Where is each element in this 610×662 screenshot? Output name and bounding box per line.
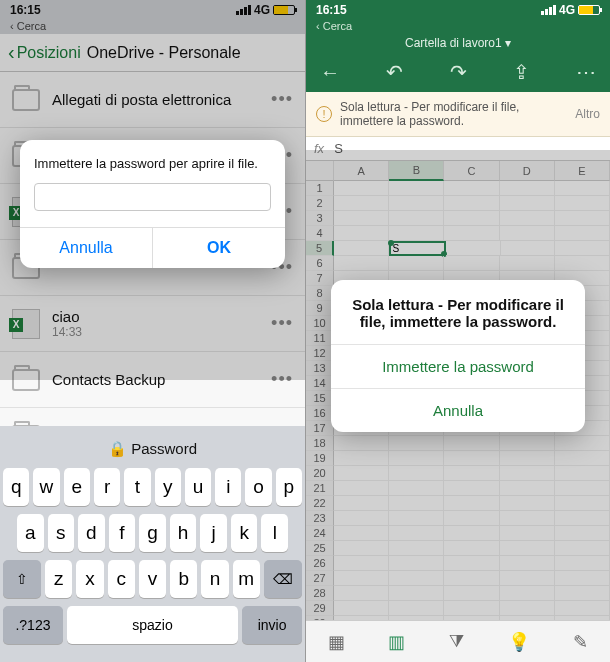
document-title: Cartella di lavoro1 ▾ bbox=[306, 34, 610, 56]
ok-button[interactable]: OK bbox=[153, 228, 285, 268]
readonly-dialog: Sola lettura - Per modificare il file, i… bbox=[331, 280, 585, 432]
key-spazio[interactable]: spazio bbox=[67, 606, 238, 644]
redo-icon[interactable]: ↷ bbox=[450, 60, 467, 84]
edit-icon[interactable]: ✎ bbox=[573, 631, 588, 653]
toolbar: ← ↶ ↷ ⇪ ⋯ bbox=[306, 56, 610, 92]
key-m[interactable]: m bbox=[233, 560, 260, 598]
cancel-button[interactable]: Annulla bbox=[331, 388, 585, 432]
key-j[interactable]: j bbox=[200, 514, 227, 552]
excel-pane: 16:15 4G ‹ Cerca Cartella di lavoro1 ▾ ←… bbox=[305, 0, 610, 662]
onedrive-pane: 16:15 4G ‹ Cerca ‹ Posizioni OneDrive - … bbox=[0, 0, 305, 662]
undo-icon[interactable]: ↶ bbox=[386, 60, 403, 84]
dialog-message: Immettere la password per aprire il file… bbox=[34, 156, 271, 171]
key-.?123[interactable]: .?123 bbox=[3, 606, 63, 644]
cancel-button[interactable]: Annulla bbox=[20, 228, 153, 268]
back-arrow-icon[interactable]: ← bbox=[320, 61, 340, 84]
share-icon[interactable]: ⇪ bbox=[513, 60, 530, 84]
warning-icon: ! bbox=[316, 106, 332, 122]
password-bar: 🔒 Password bbox=[3, 432, 302, 468]
key-u[interactable]: u bbox=[185, 468, 211, 506]
back-link[interactable]: ‹ Cerca bbox=[306, 20, 610, 34]
key-i[interactable]: i bbox=[215, 468, 241, 506]
key-y[interactable]: y bbox=[155, 468, 181, 506]
key-t[interactable]: t bbox=[124, 468, 150, 506]
banner-text: Sola lettura - Per modificare il file, i… bbox=[340, 100, 567, 128]
dialog-title: Sola lettura - Per modificare il file, i… bbox=[331, 280, 585, 344]
key-x[interactable]: x bbox=[76, 560, 103, 598]
key-⌫[interactable]: ⌫ bbox=[264, 560, 302, 598]
key-r[interactable]: r bbox=[94, 468, 120, 506]
key-l[interactable]: l bbox=[261, 514, 288, 552]
key-f[interactable]: f bbox=[109, 514, 136, 552]
status-time: 16:15 bbox=[316, 3, 347, 17]
key-g[interactable]: g bbox=[139, 514, 166, 552]
key-z[interactable]: z bbox=[45, 560, 72, 598]
keyboard: 🔒 Password qwertyuiop asdfghjkl ⇧zxcvbnm… bbox=[0, 426, 305, 662]
more-icon[interactable]: ⋯ bbox=[576, 60, 596, 84]
excel-header: 16:15 4G ‹ Cerca Cartella di lavoro1 ▾ ←… bbox=[306, 0, 610, 92]
readonly-banner[interactable]: ! Sola lettura - Per modificare il file,… bbox=[306, 92, 610, 137]
key-⇧[interactable]: ⇧ bbox=[3, 560, 41, 598]
key-invio[interactable]: invio bbox=[242, 606, 302, 644]
key-k[interactable]: k bbox=[231, 514, 258, 552]
password-dialog: Immettere la password per aprire il file… bbox=[20, 140, 285, 268]
status-bar: 16:15 4G bbox=[306, 0, 610, 20]
key-b[interactable]: b bbox=[170, 560, 197, 598]
password-input[interactable] bbox=[34, 183, 271, 211]
card-view-icon[interactable]: ▥ bbox=[388, 631, 405, 653]
key-o[interactable]: o bbox=[245, 468, 271, 506]
key-c[interactable]: c bbox=[108, 560, 135, 598]
key-q[interactable]: q bbox=[3, 468, 29, 506]
enter-password-button[interactable]: Immettere la password bbox=[331, 344, 585, 388]
banner-more[interactable]: Altro bbox=[575, 107, 600, 121]
key-w[interactable]: w bbox=[33, 468, 59, 506]
key-n[interactable]: n bbox=[201, 560, 228, 598]
key-s[interactable]: s bbox=[48, 514, 75, 552]
bottom-toolbar: ▦ ▥ ⧩ 💡 ✎ bbox=[306, 620, 610, 662]
key-d[interactable]: d bbox=[78, 514, 105, 552]
key-p[interactable]: p bbox=[276, 468, 302, 506]
status-signal: 4G bbox=[541, 3, 600, 17]
key-h[interactable]: h bbox=[170, 514, 197, 552]
key-e[interactable]: e bbox=[64, 468, 90, 506]
sheet-tabs-icon[interactable]: ▦ bbox=[328, 631, 345, 653]
filter-icon[interactable]: ⧩ bbox=[449, 631, 464, 652]
lightbulb-icon[interactable]: 💡 bbox=[508, 631, 530, 653]
key-v[interactable]: v bbox=[139, 560, 166, 598]
key-a[interactable]: a bbox=[17, 514, 44, 552]
